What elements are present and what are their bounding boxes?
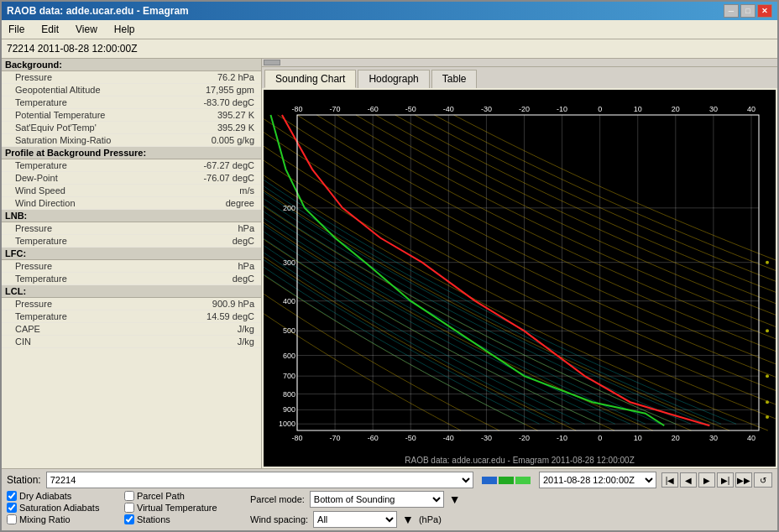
stations-label: Stations [137, 514, 170, 524]
section-profile-header: Profile at Background Pressure: [2, 147, 261, 159]
lfc-pressure: Pressure hPa [2, 260, 261, 273]
dry-adiabats-label: Dry Adiabats [19, 491, 71, 501]
sat-adiabats-label: Saturation Adiabats [19, 503, 99, 513]
app-title: RAOB data: adde.ucar.edu - Emagram [7, 5, 189, 17]
parcel-mode-row: Parcel mode: Bottom of Sounding Most Uns… [250, 491, 461, 508]
parcel-controls: Parcel mode: Bottom of Sounding Most Uns… [250, 491, 461, 528]
profile-dewpoint: Dew-Point -76.07 degC [2, 172, 261, 185]
lfc-temperature: Temperature degC [2, 273, 261, 285]
checkbox-parcel-path[interactable]: Parcel Path [124, 491, 233, 501]
virtual-temp-label: Virtual Temperature [137, 503, 217, 513]
checkbox-sat-adiabats[interactable]: Saturation Adiabats [7, 503, 116, 513]
parcel-mode-label: Parcel mode: [250, 494, 305, 504]
color-indicators [482, 477, 531, 484]
checkboxes-col1: Dry Adiabats Saturation Adiabats Mixing … [7, 491, 116, 524]
checkboxes-col2: Parcel Path Virtual Temperature Stations [124, 491, 233, 524]
chart-footer-label: RAOB data: adde.ucar.edu - Emagram 2011-… [264, 454, 776, 467]
sat-adiabats-checkbox[interactable] [7, 503, 17, 513]
nav-loop-button[interactable]: ↺ [754, 472, 772, 488]
left-panel: Background: Pressure 76.2 hPa Geopotenti… [2, 59, 262, 468]
color-swatch-green2 [515, 477, 531, 484]
nav-next-button[interactable]: ▶| [717, 472, 734, 488]
station-label: Station: [7, 474, 41, 486]
nav-controls: |◀ ◀ ▶ ▶| ▶▶ ↺ [661, 472, 772, 488]
background-temperature: Temperature -83.70 degC [2, 96, 261, 109]
section-background: Background: Pressure 76.2 hPa Geopotenti… [2, 59, 261, 147]
section-lfc-header: LFC: [2, 248, 261, 260]
cape-row: CAPE J/kg [2, 323, 261, 336]
minimize-button[interactable]: ─ [724, 4, 739, 18]
mixing-ratio-checkbox[interactable] [7, 514, 17, 524]
wind-spacing-dropdown-icon[interactable]: ▼ [402, 513, 414, 526]
parcel-mode-dropdown-icon[interactable]: ▼ [449, 493, 461, 506]
station-info: 72214 2011-08-28 12:00:00Z [2, 39, 777, 59]
background-pot-temp: Potential Temperature 395.27 K [2, 109, 261, 122]
mixing-ratio-label: Mixing Ratio [19, 514, 71, 524]
wind-spacing-label: Wind spacing: [250, 514, 308, 524]
section-lcl: LCL: Pressure 900.9 hPa Temperature 14.5… [2, 285, 261, 323]
parcel-path-checkbox[interactable] [124, 491, 134, 501]
nav-last-button[interactable]: ▶▶ [735, 472, 752, 488]
wind-spacing-row: Wind spacing: All 50 hPa 100 hPa ▼ (hPa) [250, 511, 461, 528]
lcl-temperature: Temperature 14.59 degC [2, 310, 261, 323]
title-bar: RAOB data: adde.ucar.edu - Emagram ─ □ ✕ [2, 2, 777, 20]
background-sat-mix: Saturation Mixing-Ratio 0.005 g/kg [2, 134, 261, 147]
checkbox-stations[interactable]: Stations [124, 514, 233, 524]
chart-area: RAOB data: adde.ucar.edu - Emagram 2011-… [264, 90, 776, 467]
tab-bar: Sounding Chart Hodograph Table [262, 67, 777, 88]
lcl-pressure: Pressure 900.9 hPa [2, 298, 261, 310]
nav-first-button[interactable]: |◀ [661, 472, 678, 488]
lnb-temperature: Temperature degC [2, 235, 261, 248]
close-button[interactable]: ✕ [757, 4, 772, 18]
section-cape-cin: CAPE J/kg CIN J/kg [2, 323, 261, 348]
sounding-canvas [264, 90, 776, 451]
menu-view[interactable]: View [72, 22, 101, 37]
lnb-pressure: Pressure hPa [2, 222, 261, 235]
background-pressure: Pressure 76.2 hPa [2, 71, 261, 84]
parcel-path-label: Parcel Path [137, 491, 185, 501]
section-lcl-header: LCL: [2, 285, 261, 298]
section-profile: Profile at Background Pressure: Temperat… [2, 147, 261, 210]
tab-hodograph[interactable]: Hodograph [358, 70, 429, 88]
stations-checkbox[interactable] [124, 514, 134, 524]
top-scrollbar[interactable] [262, 59, 777, 67]
time-select[interactable]: 2011-08-28 12:00:00Z [539, 472, 656, 488]
checkbox-virtual-temp[interactable]: Virtual Temperature [124, 503, 233, 513]
checkbox-mixing-ratio[interactable]: Mixing Ratio [7, 514, 116, 524]
color-swatch-blue [482, 477, 497, 484]
bottom-controls: Station: 72214 2011-08-28 12:00:00Z |◀ ◀… [2, 468, 777, 530]
parcel-mode-select[interactable]: Bottom of Sounding Most Unstable Mixed L… [310, 491, 444, 508]
virtual-temp-checkbox[interactable] [124, 503, 134, 513]
color-swatch-green1 [499, 477, 514, 484]
cin-row: CIN J/kg [2, 336, 261, 348]
section-background-header: Background: [2, 59, 261, 71]
background-sat-equiv: Sat'Equiv Pot'Temp' 395.29 K [2, 122, 261, 134]
profile-temperature: Temperature -67.27 degC [2, 159, 261, 172]
dry-adiabats-checkbox[interactable] [7, 491, 17, 501]
tab-table[interactable]: Table [431, 70, 478, 88]
wind-spacing-select[interactable]: All 50 hPa 100 hPa [313, 511, 397, 528]
section-lfc: LFC: Pressure hPa Temperature degC [2, 248, 261, 285]
nav-play-button[interactable]: ▶ [698, 472, 715, 488]
section-lnb-header: LNB: [2, 210, 261, 222]
station-select[interactable]: 72214 [46, 472, 473, 488]
profile-wind-dir: Wind Direction degree [2, 197, 261, 210]
menu-file[interactable]: File [5, 22, 28, 37]
profile-wind-speed: Wind Speed m/s [2, 185, 261, 197]
wind-spacing-unit: (hPa) [419, 514, 442, 524]
maximize-button[interactable]: □ [740, 4, 755, 18]
menu-edit[interactable]: Edit [38, 22, 62, 37]
background-geopotential: Geopotential Altitude 17,955 gpm [2, 84, 261, 96]
nav-prev-button[interactable]: ◀ [680, 472, 697, 488]
checkbox-dry-adiabats[interactable]: Dry Adiabats [7, 491, 116, 501]
tab-sounding-chart[interactable]: Sounding Chart [264, 70, 356, 88]
checkbox-controls-row: Dry Adiabats Saturation Adiabats Mixing … [7, 491, 772, 528]
menu-help[interactable]: Help [111, 22, 139, 37]
menu-bar: File Edit View Help [2, 20, 777, 39]
section-lnb: LNB: Pressure hPa Temperature degC [2, 210, 261, 248]
